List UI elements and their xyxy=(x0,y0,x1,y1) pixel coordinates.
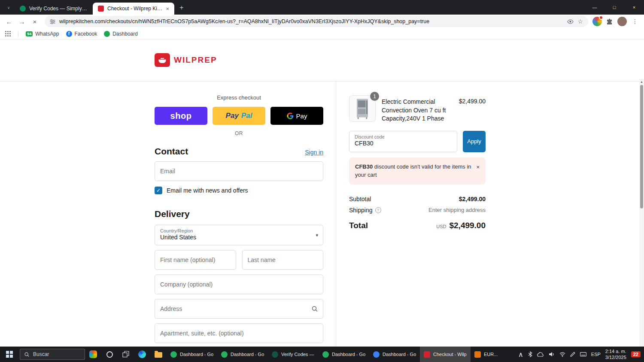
new-tab-button[interactable]: + xyxy=(176,2,187,13)
tab-checkout[interactable]: Checkout - Wilprep Kitchen × xyxy=(93,3,174,15)
apps-grid-icon[interactable] xyxy=(5,31,11,36)
window-controls: — □ × xyxy=(585,0,644,15)
taskbar-clock[interactable]: 2:14 a. m. 3/12/2025 xyxy=(605,348,626,361)
address-input[interactable] xyxy=(155,299,323,319)
bookmark-whatsapp[interactable]: 94 WhatsApp xyxy=(26,31,59,37)
taskbar-app-checkout[interactable]: Checkout - Wilpr... xyxy=(420,347,471,362)
tray-chevron-icon[interactable]: ∧ xyxy=(518,350,523,359)
password-eye-icon[interactable] xyxy=(567,19,574,24)
tray-keyboard-icon[interactable] xyxy=(580,352,586,356)
start-button[interactable] xyxy=(0,347,19,362)
total-row: Total USD $2,499.00 xyxy=(349,221,486,230)
tray-network-icon[interactable] xyxy=(559,352,565,357)
forward-button[interactable]: → xyxy=(16,16,27,27)
folder-icon xyxy=(155,352,162,358)
shop-pay-button[interactable]: shop xyxy=(155,107,207,125)
google-g-icon xyxy=(287,112,294,119)
chevron-down-icon: ▾ xyxy=(316,232,318,238)
last-name-input[interactable] xyxy=(242,250,324,270)
bookmark-label: WhatsApp xyxy=(35,31,59,37)
totals-section: Subtotal $2,499.00 Shipping ? Enter ship… xyxy=(349,196,486,230)
close-tab-icon[interactable]: × xyxy=(166,6,169,12)
apply-discount-button[interactable]: Apply xyxy=(463,131,486,152)
file-explorer-button[interactable] xyxy=(150,347,167,362)
bookmark-star-icon[interactable]: ☆ xyxy=(577,18,583,25)
app-favicon xyxy=(221,351,228,358)
task-view-icon xyxy=(122,351,129,358)
task-view-button[interactable] xyxy=(118,347,134,362)
edge-icon xyxy=(138,350,146,358)
shop-pay-logo: shop xyxy=(170,111,192,121)
sign-in-link[interactable]: Sign in xyxy=(305,149,323,156)
profile-notification-avatar[interactable] xyxy=(592,17,602,26)
taskbar-app-verify-codes[interactable]: Verify Codes — S... xyxy=(268,347,319,362)
newsletter-checkbox-row[interactable]: ✓ Email me with news and offers xyxy=(155,187,323,194)
language-indicator[interactable]: ESP xyxy=(591,352,601,357)
tray-pen-icon[interactable] xyxy=(570,352,575,357)
app-favicon xyxy=(170,351,177,358)
taskbar-app-dashboard-1[interactable]: Dashboard - Goo... xyxy=(167,347,217,362)
gpay-label: Pay xyxy=(296,112,307,120)
minimize-button[interactable]: — xyxy=(585,0,605,15)
site-info-icon[interactable] xyxy=(50,19,55,24)
taskbar-app-dashboard-4[interactable]: Dashboard - Goo... xyxy=(369,347,420,362)
search-icon xyxy=(24,352,30,357)
discount-code-input[interactable] xyxy=(355,140,452,147)
address-bar[interactable]: wilprepkitchen.com/checkouts/cn/hWN5zfHT… xyxy=(45,16,588,27)
scroll-up-icon[interactable]: ▲ xyxy=(640,79,643,84)
cortana-button[interactable] xyxy=(101,347,118,362)
oven-image xyxy=(350,97,374,121)
scrollbar-thumb[interactable] xyxy=(640,85,643,208)
taskbar-app-dashboard-3[interactable]: Dashboard - Goo... xyxy=(319,347,369,362)
shipping-label: Shipping xyxy=(349,207,373,214)
bookmark-facebook[interactable]: f Facebook xyxy=(66,31,97,37)
edge-button[interactable] xyxy=(134,347,150,362)
currency-code: USD xyxy=(436,224,446,229)
back-button[interactable]: ← xyxy=(3,16,15,27)
express-checkout-title: Express checkout xyxy=(155,94,323,101)
google-pay-button[interactable]: Pay xyxy=(270,107,323,125)
taskbar-app-eur[interactable]: EUR... xyxy=(471,347,502,362)
close-window-button[interactable]: × xyxy=(624,0,644,15)
discount-code-field[interactable]: Discount code xyxy=(349,131,457,152)
browser-profile-avatar[interactable] xyxy=(617,17,627,26)
extensions-icon[interactable] xyxy=(604,16,615,27)
copilot-button[interactable] xyxy=(85,347,101,362)
first-name-input[interactable] xyxy=(155,250,236,270)
url-text: wilprepkitchen.com/checkouts/cn/hWN5zfHT… xyxy=(59,18,563,24)
company-input[interactable] xyxy=(155,275,323,294)
clock-time: 2:14 a. m. xyxy=(605,348,626,354)
checkout-form-column: Express checkout shop PayPal Pay OR Cont… xyxy=(155,81,323,347)
paypal-button[interactable]: PayPal xyxy=(213,107,265,125)
tray-bluetooth-icon[interactable] xyxy=(528,351,532,357)
store-logo[interactable]: WILPREP xyxy=(155,53,217,67)
country-select[interactable]: Country/Region United States ▾ xyxy=(155,225,323,245)
stop-loading-button[interactable]: × xyxy=(29,16,40,27)
shipping-info-icon[interactable]: ? xyxy=(375,207,381,213)
wilprep-logo-icon xyxy=(155,53,170,67)
address-field-wrap xyxy=(155,299,323,319)
wilprep-favicon xyxy=(98,6,104,12)
tab-verify-codes[interactable]: Verify Codes — SimplyCodes xyxy=(15,3,93,15)
newsletter-checkbox[interactable]: ✓ xyxy=(155,187,162,194)
browser-menu-icon[interactable]: ⋮ xyxy=(629,16,641,27)
notification-dot xyxy=(599,15,603,20)
subtotal-label: Subtotal xyxy=(349,196,371,202)
dismiss-error-icon[interactable]: × xyxy=(476,163,480,179)
bookmark-dashboard[interactable]: Dashboard xyxy=(104,31,138,37)
app-favicon xyxy=(272,351,278,358)
taskbar-app-dashboard-2[interactable]: Dashboard - Goo... xyxy=(217,347,268,362)
email-input[interactable] xyxy=(155,161,323,181)
tab-search-icon[interactable]: ∨ xyxy=(3,3,14,13)
tray-onedrive-icon[interactable] xyxy=(537,352,544,357)
tray-volume-icon[interactable] xyxy=(549,352,555,357)
clock-date: 3/12/2025 xyxy=(605,354,626,360)
apartment-input[interactable] xyxy=(155,323,323,343)
checkout-page: WILPREP Express checkout shop PayPal Pay xyxy=(0,39,644,347)
notification-count-badge[interactable]: 22 xyxy=(631,351,641,357)
taskbar-search-box[interactable]: Buscar xyxy=(20,349,85,360)
maximize-button[interactable]: □ xyxy=(605,0,624,15)
page-scrollbar[interactable]: ▲ ▼ xyxy=(639,79,644,347)
shipping-row: Shipping ? Enter shipping address xyxy=(349,207,486,214)
app-favicon xyxy=(373,351,380,358)
